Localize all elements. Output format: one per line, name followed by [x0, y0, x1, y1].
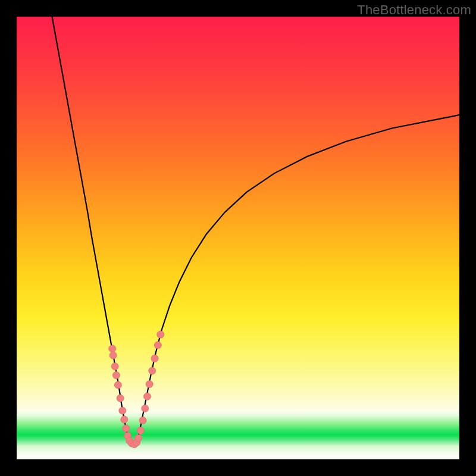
marker-dot	[143, 393, 151, 400]
bottleneck-curve	[52, 17, 459, 444]
marker-dot	[146, 381, 153, 388]
marker-dot	[109, 352, 117, 359]
marker-dot	[114, 381, 121, 389]
chart-svg	[17, 17, 459, 459]
marker-dot	[157, 331, 164, 338]
marker-dot	[149, 367, 156, 374]
marker-dot	[135, 434, 142, 441]
plot-area	[17, 17, 459, 459]
marker-dot	[117, 394, 124, 402]
marker-dot	[121, 416, 128, 423]
marker-group	[109, 331, 164, 448]
marker-dot	[139, 417, 146, 424]
marker-dot	[109, 345, 116, 352]
marker-dot	[137, 427, 144, 434]
marker-dot	[111, 363, 118, 370]
marker-dot	[112, 372, 120, 379]
marker-dot	[119, 407, 126, 414]
marker-dot	[142, 405, 149, 412]
marker-dot	[154, 342, 161, 349]
watermark-text: TheBottleneck.com	[357, 2, 471, 18]
marker-dot	[123, 425, 130, 432]
marker-dot	[151, 355, 158, 362]
outer-black-border: TheBottleneck.com	[0, 0, 476, 476]
